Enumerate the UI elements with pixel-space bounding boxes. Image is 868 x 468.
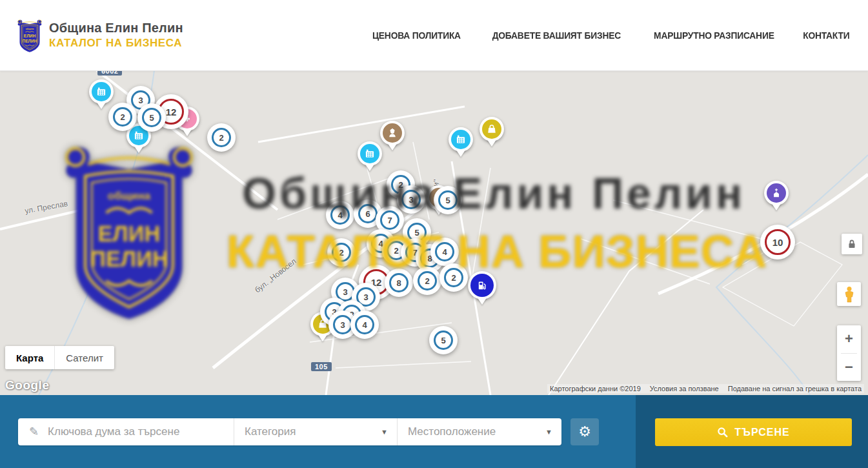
cluster-count: 4: [330, 205, 350, 225]
map-cluster-marker[interactable]: 10: [760, 225, 795, 259]
street-view-pegman[interactable]: [837, 282, 861, 306]
zoom-out-button[interactable]: −: [837, 354, 861, 382]
map-pin-factory[interactable]: [449, 127, 473, 157]
cluster-count: 6: [358, 204, 378, 223]
factory-icon: [92, 82, 111, 101]
pegman-icon: [842, 286, 856, 303]
chevron-down-icon: ▼: [381, 428, 388, 436]
search-icon: [717, 427, 728, 438]
cluster-count: 2: [418, 271, 437, 290]
cluster-count: 7: [380, 210, 399, 230]
map-pin-factory[interactable]: [89, 79, 114, 109]
map-cluster-marker[interactable]: 8: [385, 269, 413, 297]
nav-item-add-business[interactable]: ДОБАВЕТЕ ВАШИЯТ БИЗНЕС: [492, 30, 621, 41]
map-cluster-marker[interactable]: 2: [207, 123, 236, 152]
advanced-settings-button[interactable]: ⚙: [570, 418, 599, 445]
map-type-satellite-button[interactable]: Сателит: [54, 346, 114, 369]
bag-icon: [482, 119, 501, 139]
cluster-count: 2: [332, 243, 351, 262]
map-cluster-marker[interactable]: 2: [327, 238, 356, 267]
map-cluster-marker[interactable]: 5: [434, 186, 462, 214]
cluster-count: 3: [333, 315, 352, 334]
attribution-report-link[interactable]: Подаване на сигнал за грешка в картата: [728, 385, 862, 392]
map-cluster-marker[interactable]: 2: [108, 103, 137, 131]
map-cluster-marker[interactable]: 5: [137, 103, 166, 132]
zoom-control: + −: [837, 325, 861, 381]
cluster-count: 5: [434, 331, 453, 350]
keyword-field[interactable]: ✎: [18, 418, 234, 445]
nav-item-contacts[interactable]: КОНТАКТИ: [803, 30, 850, 41]
search-panel: ✎ Категория ▼ Местоположение ▼ ⚙ ТЪРСЕНЕ: [0, 395, 868, 468]
church-icon: [767, 183, 786, 203]
map-cluster-marker[interactable]: 4: [430, 238, 459, 266]
location-select[interactable]: Местоположение ▼: [397, 418, 561, 445]
fullscreen-lock-button[interactable]: [842, 234, 862, 254]
location-select-value: Местоположение: [408, 425, 496, 438]
google-map[interactable]: ул. Преславбул. „Новоселци" 6002105 3212…: [0, 71, 868, 395]
factory-icon: [360, 144, 379, 163]
map-cluster-marker[interactable]: 3: [397, 185, 425, 214]
road-number-badge: 105: [311, 362, 332, 371]
nav-item-transport-schedule[interactable]: МАРШРУТНО РАЗПИСАНИЕ: [654, 30, 774, 41]
keyword-input[interactable]: [48, 425, 209, 438]
category-select-value: Категория: [245, 425, 296, 438]
map-type-control: Карта Сателит: [5, 346, 114, 369]
cluster-count: 2: [212, 128, 231, 147]
cluster-count: 10: [765, 229, 791, 255]
map-pin-factory[interactable]: [358, 141, 382, 171]
cluster-count: 3: [401, 190, 421, 209]
factory-icon: [451, 130, 470, 149]
map-type-map-button[interactable]: Карта: [5, 346, 54, 369]
pencil-icon: ✎: [29, 425, 39, 439]
cluster-count: 2: [444, 268, 463, 287]
municipality-crest-icon: [15, 17, 44, 54]
cluster-count: 8: [389, 273, 409, 292]
map-cluster-marker[interactable]: 5: [429, 326, 458, 354]
site-header: Община Елин Пелин КАТАЛОГ НА БИЗНЕСА ЦЕН…: [0, 0, 868, 71]
cluster-count: 4: [435, 242, 454, 261]
cluster-count: 2: [113, 107, 132, 127]
road-number-badge: 6002: [97, 71, 122, 76]
map-cluster-marker[interactable]: 2: [413, 267, 441, 295]
map-pin-fuel[interactable]: [468, 271, 496, 305]
site-logo[interactable]: Община Елин Пелин КАТАЛОГ НА БИЗНЕСА: [15, 17, 183, 54]
nav-item-pricing[interactable]: ЦЕНОВА ПОЛИТИКА: [372, 30, 461, 41]
map-attribution: Картографски данни ©2019 Условия за полз…: [547, 384, 864, 393]
cluster-count: 5: [438, 190, 458, 210]
attribution-copyright: Картографски данни ©2019: [550, 385, 641, 392]
zoom-in-button[interactable]: +: [837, 325, 861, 353]
map-cluster-marker[interactable]: 4: [350, 310, 379, 339]
google-logo[interactable]: Google: [5, 378, 49, 392]
category-select[interactable]: Категория ▼: [234, 418, 397, 445]
map-cluster-marker[interactable]: 2: [439, 263, 468, 292]
lock-icon: [847, 239, 857, 249]
map-pin-worker[interactable]: [380, 121, 405, 150]
map-pin-bag[interactable]: [479, 117, 504, 147]
main-nav: ЦЕНОВА ПОЛИТИКА ДОБАВЕТЕ ВАШИЯТ БИЗНЕС М…: [368, 30, 852, 41]
map-pin-church[interactable]: [764, 181, 789, 210]
search-button[interactable]: ТЪРСЕНЕ: [655, 418, 852, 446]
gear-icon: ⚙: [578, 425, 591, 439]
attribution-terms-link[interactable]: Условия за ползване: [650, 385, 719, 392]
search-button-label: ТЪРСЕНЕ: [734, 427, 789, 438]
search-fields-group: ✎ Категория ▼ Местоположение ▼: [18, 418, 561, 445]
site-title: Община Елин Пелин: [49, 21, 183, 36]
map-cluster-marker[interactable]: 4: [326, 201, 354, 229]
site-subtitle: КАТАЛОГ НА БИЗНЕСА: [49, 37, 183, 50]
fuel-icon: [470, 274, 494, 297]
cluster-count: 5: [142, 108, 161, 127]
chevron-down-icon: ▼: [545, 428, 552, 436]
worker-icon: [383, 123, 402, 143]
cluster-count: 4: [355, 315, 374, 334]
